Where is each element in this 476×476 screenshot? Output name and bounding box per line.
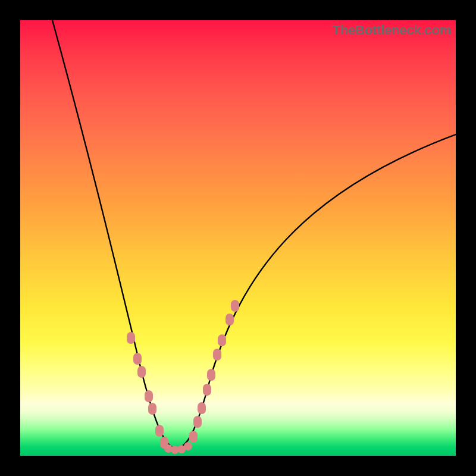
curve-bead	[137, 366, 146, 378]
left-curve-path	[52, 20, 176, 449]
curve-bead	[198, 402, 206, 414]
curve-bead	[189, 431, 198, 443]
curve-bead	[207, 369, 215, 381]
curve-bead	[231, 300, 239, 312]
curve-bead	[148, 403, 156, 415]
right-curve-path	[176, 134, 456, 449]
curve-bead	[203, 384, 211, 396]
dots-group	[127, 300, 239, 454]
plot-area: TheBottleneck.com	[20, 20, 456, 456]
curve-bead	[184, 442, 192, 450]
chart-frame: TheBottleneck.com	[0, 0, 476, 476]
curve-bead	[145, 390, 153, 402]
curve-bead	[218, 334, 226, 346]
curves-svg	[20, 20, 456, 456]
curve-bead	[155, 425, 164, 437]
curve-bead	[213, 349, 221, 361]
curve-bead	[127, 332, 135, 344]
curve-bead	[226, 314, 234, 325]
curve-bead	[193, 416, 202, 428]
curve-bead	[133, 353, 142, 365]
